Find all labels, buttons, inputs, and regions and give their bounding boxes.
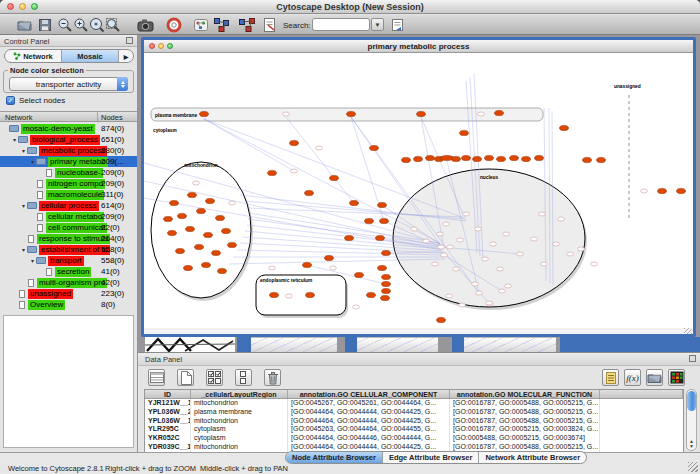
network-node-orange[interactable] [184, 265, 193, 270]
tree-item-nucleobase-[interactable]: nucleobase-209(0) [0, 167, 137, 178]
network-node-white[interactable] [438, 245, 445, 249]
minimized-window-4-edge[interactable] [560, 337, 700, 352]
scrollbar-arrows-icon[interactable]: ▲▼ [687, 439, 696, 449]
zoom-out-icon[interactable] [57, 17, 73, 33]
annotation-icon[interactable] [262, 17, 278, 33]
network-node-orange[interactable] [367, 292, 376, 297]
zoom-selected-icon[interactable] [89, 17, 105, 33]
open-attribute-file-icon[interactable] [646, 369, 663, 386]
network-node-white[interactable] [475, 227, 482, 231]
tree-item-overview[interactable]: Overview8(0) [0, 299, 137, 310]
network-node-orange[interactable] [178, 213, 187, 218]
tab-node-attribute-browser[interactable]: Node Attribute Browser [286, 452, 383, 463]
tree-expander-icon[interactable]: ▾ [20, 246, 27, 253]
tree-item-transport[interactable]: ▾transport558(0) [0, 255, 137, 266]
network-node-white[interactable] [330, 266, 337, 270]
network-node-orange[interactable] [382, 288, 391, 293]
network-node-orange[interactable] [222, 228, 231, 233]
network-node-white[interactable] [283, 112, 290, 116]
network-node-white[interactable] [437, 232, 444, 236]
network-node-orange[interactable] [170, 200, 179, 205]
zoom-in-icon[interactable] [73, 17, 89, 33]
network-node-orange[interactable] [381, 295, 390, 300]
network-canvas[interactable]: plasma membranecytoplasmmitochondrionnuc… [144, 53, 693, 328]
tree-item-primary-metabo[interactable]: ▾primary metabo209(... [0, 156, 137, 167]
tree-item-establishment-of-lo[interactable]: ▾establishment of lo558(0) [0, 244, 137, 255]
inner-zoom-button[interactable] [167, 43, 173, 49]
network-node-orange[interactable] [437, 317, 446, 322]
network-node-orange[interactable] [597, 157, 606, 162]
network-node-white[interactable] [578, 247, 585, 251]
network-node-white[interactable] [441, 253, 448, 257]
network-node-white[interactable] [229, 201, 236, 205]
network-node-white[interactable] [286, 294, 293, 298]
column-header[interactable]: ID [145, 390, 191, 398]
network-node-orange[interactable] [473, 156, 482, 161]
network-node-orange[interactable] [197, 208, 206, 213]
new-attribute-icon[interactable] [177, 369, 194, 386]
network-node-orange[interactable] [522, 156, 531, 161]
network-node-orange[interactable] [378, 265, 387, 270]
network-node-white[interactable] [499, 289, 506, 293]
tree-expander-icon[interactable]: ▾ [11, 136, 18, 143]
network-node-white[interactable] [497, 267, 504, 271]
data-panel-float-icon[interactable] [689, 355, 696, 362]
network-node-orange[interactable] [380, 218, 389, 223]
search-input[interactable] [312, 18, 370, 31]
network-node-orange[interactable] [176, 248, 185, 253]
select-attributes-icon[interactable] [148, 369, 165, 386]
network-node-orange[interactable] [206, 198, 215, 203]
network-node-orange[interactable] [188, 192, 197, 197]
zoom-button[interactable] [31, 3, 38, 10]
select-all-attributes-icon[interactable] [206, 369, 223, 386]
tab-network-attribute-browser[interactable]: Network Attribute Browser [479, 452, 586, 463]
network-node-white[interactable] [490, 242, 497, 246]
network-node-orange[interactable] [168, 230, 177, 235]
network-node-orange[interactable] [402, 157, 411, 162]
network-window-titlebar[interactable]: primary metabolic process [144, 40, 693, 53]
network-node-white[interactable] [541, 262, 548, 266]
minimized-window-1-edge[interactable] [237, 337, 251, 352]
network-node-orange[interactable] [355, 272, 364, 277]
network-node-white[interactable] [269, 266, 276, 270]
network-node-orange[interactable] [462, 155, 471, 160]
tab-overflow-icon[interactable]: ▶ [119, 50, 133, 62]
tree-item-cell-communicat[interactable]: cell communicat22(0) [0, 222, 137, 233]
network-node-white[interactable] [447, 245, 454, 249]
network-node-white[interactable] [291, 169, 298, 173]
minimized-window-3-edge[interactable] [452, 337, 464, 352]
tree-item-mosaic-demo-yeast[interactable]: mosaic-demo-yeast874(0) [0, 123, 137, 134]
table-scrollbar[interactable]: ▲▼ [686, 389, 697, 451]
open-session-icon[interactable] [16, 17, 32, 33]
minimized-window-1[interactable] [251, 337, 337, 352]
network-node-white[interactable] [531, 237, 538, 241]
network-node-white[interactable] [567, 252, 574, 256]
inner-close-button[interactable] [149, 43, 155, 49]
network-node-orange[interactable] [228, 242, 237, 247]
table-row[interactable]: YPL036W__1mitochondrion[GO:0044464, GO:0… [145, 417, 683, 426]
help-icon[interactable] [166, 17, 182, 33]
resize-grip-icon[interactable] [684, 328, 692, 334]
tab-network[interactable]: Network [5, 50, 62, 62]
network-node-white[interactable] [423, 239, 430, 243]
network-node-orange[interactable] [270, 292, 279, 297]
network-node-white[interactable] [591, 262, 598, 266]
tree-item-metabolic-process[interactable]: ▾metabolic process280(0) [0, 145, 137, 156]
network-node-orange[interactable] [535, 155, 544, 160]
network-node-white[interactable] [459, 303, 466, 307]
vizmapper-icon[interactable] [193, 17, 209, 33]
network-node-orange[interactable] [200, 111, 209, 116]
network-node-orange[interactable] [414, 156, 423, 161]
tree-item-nitrogen-compo[interactable]: nitrogen compo209(0) [0, 178, 137, 189]
network-node-orange[interactable] [382, 250, 391, 255]
tree-item-response-to-stimulu[interactable]: response to stimulu264(0) [0, 233, 137, 244]
network-node-white[interactable] [457, 238, 464, 242]
network-node-white[interactable] [482, 257, 489, 261]
network-node-orange[interactable] [345, 235, 354, 240]
network-node-white[interactable] [558, 217, 565, 221]
save-session-icon[interactable] [37, 17, 53, 33]
tree-expander-icon[interactable]: ▾ [29, 257, 36, 264]
delete-attribute-icon[interactable] [264, 369, 281, 386]
network-node-white[interactable] [478, 112, 485, 116]
network-node-orange[interactable] [658, 188, 667, 193]
